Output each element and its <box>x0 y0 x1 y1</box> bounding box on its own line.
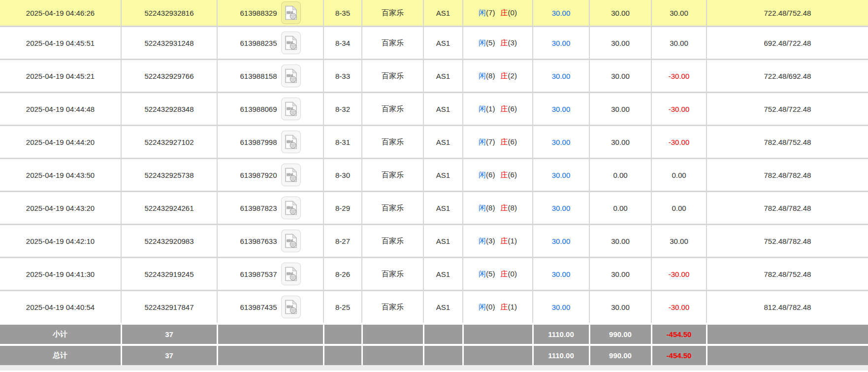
valid-amount: 30.00 <box>589 258 651 291</box>
video-replay-button[interactable] <box>281 197 301 219</box>
video-replay-button[interactable] <box>281 32 301 54</box>
bet-amount-link[interactable]: 30.00 <box>533 27 589 60</box>
game-result: 闲(0) 庄(1) <box>463 291 533 324</box>
round-cell: 613988158 <box>217 60 323 93</box>
round-cell: 613988235 <box>217 27 323 60</box>
bet-amount-link[interactable]: 30.00 <box>533 159 589 192</box>
table-name: AS1 <box>423 93 463 126</box>
bet-amount-link[interactable]: 30.00 <box>533 258 589 291</box>
banker-score: (2) <box>508 71 517 80</box>
video-replay-button[interactable] <box>281 164 301 186</box>
video-replay-button[interactable] <box>281 131 301 153</box>
bet-id: 522432928348 <box>121 93 217 126</box>
banker-label: 庄 <box>501 270 508 278</box>
bet-amount-link[interactable]: 30.00 <box>533 291 589 324</box>
player-label: 闲 <box>479 104 486 113</box>
empty-cell <box>362 345 423 365</box>
round-cell: 613987633 <box>217 225 323 258</box>
bet-id: 522432929766 <box>121 60 217 93</box>
bet-record-row: 2025-04-19 04:44:20 522432927102 6139879… <box>0 126 868 159</box>
bet-amount-link[interactable]: 30.00 <box>533 225 589 258</box>
win-loss: 0.00 <box>651 159 707 192</box>
shoe-round: 8-31 <box>323 126 362 159</box>
video-file-icon <box>285 234 297 248</box>
game-result: 闲(7) 庄(6) <box>463 126 533 159</box>
total-valid-amount: 990.00 <box>589 345 651 365</box>
bet-amount-link[interactable]: 30.00 <box>533 60 589 93</box>
valid-amount: 30.00 <box>589 60 651 93</box>
shoe-round: 8-34 <box>323 27 362 60</box>
video-replay-button[interactable] <box>281 65 301 87</box>
player-score: (7) <box>486 137 495 146</box>
game-name: 百家乐 <box>362 258 423 291</box>
balance: 782.48/752.48 <box>707 126 868 159</box>
empty-cell <box>323 345 362 365</box>
bet-time: 2025-04-19 04:45:21 <box>0 60 121 93</box>
bet-amount-link[interactable]: 30.00 <box>533 93 589 126</box>
balance: 812.48/782.48 <box>707 291 868 324</box>
game-name: 百家乐 <box>362 225 423 258</box>
table-name: AS1 <box>423 27 463 60</box>
bet-amount-link[interactable]: 30.00 <box>533 192 589 225</box>
player-score: (0) <box>486 303 495 311</box>
bet-history-table: 2025-04-19 04:46:26 522432932816 6139883… <box>0 0 868 365</box>
summary-rows: 小计 37 1110.00 990.00 -454.50 总计 37 <box>0 324 868 365</box>
player-score: (8) <box>486 71 495 80</box>
game-result: 闲(1) 庄(6) <box>463 93 533 126</box>
round-id: 613987823 <box>240 204 277 212</box>
player-score: (8) <box>486 203 495 212</box>
round-id-group: 613988069 <box>240 98 300 120</box>
player-score: (5) <box>486 38 495 47</box>
total-row: 总计 37 1110.00 990.00 -454.50 <box>0 345 868 365</box>
banker-label: 庄 <box>501 104 508 113</box>
balance: 722.48/752.48 <box>707 0 868 27</box>
bet-record-row: 2025-04-19 04:43:50 522432925738 6139879… <box>0 159 868 192</box>
banker-score: (8) <box>508 203 517 212</box>
banker-label: 庄 <box>501 8 508 17</box>
video-replay-button[interactable] <box>281 263 301 285</box>
table-name: AS1 <box>423 258 463 291</box>
bet-id: 522432919245 <box>121 258 217 291</box>
valid-amount: 30.00 <box>589 126 651 159</box>
game-name: 百家乐 <box>362 126 423 159</box>
video-replay-button[interactable] <box>281 98 301 120</box>
banker-label: 庄 <box>501 38 508 47</box>
shoe-round: 8-35 <box>323 0 362 27</box>
round-cell: 613987920 <box>217 159 323 192</box>
game-result: 闲(5) 庄(3) <box>463 27 533 60</box>
table-name: AS1 <box>423 126 463 159</box>
win-loss: -30.00 <box>651 60 707 93</box>
table-name: AS1 <box>423 192 463 225</box>
video-replay-button[interactable] <box>281 230 301 252</box>
table-name: AS1 <box>423 225 463 258</box>
shoe-round: 8-33 <box>323 60 362 93</box>
player-label: 闲 <box>479 203 486 212</box>
round-cell: 613987823 <box>217 192 323 225</box>
video-replay-button[interactable] <box>281 1 301 24</box>
balance: 692.48/722.48 <box>707 27 868 60</box>
round-id: 613987920 <box>240 171 277 179</box>
round-cell: 613987537 <box>217 258 323 291</box>
shoe-round: 8-30 <box>323 159 362 192</box>
bet-id: 522432920983 <box>121 225 217 258</box>
empty-cell <box>217 324 323 345</box>
bet-amount-link[interactable]: 30.00 <box>533 126 589 159</box>
valid-amount: 30.00 <box>589 225 651 258</box>
balance: 752.48/782.48 <box>707 225 868 258</box>
game-name: 百家乐 <box>362 291 423 324</box>
bet-amount-link[interactable]: 30.00 <box>533 0 589 27</box>
shoe-round: 8-27 <box>323 225 362 258</box>
bet-id: 522432932816 <box>121 0 217 27</box>
win-loss: 0.00 <box>651 192 707 225</box>
game-name: 百家乐 <box>362 192 423 225</box>
bet-time: 2025-04-19 04:44:20 <box>0 126 121 159</box>
round-id-group: 613988329 <box>240 1 300 24</box>
empty-cell <box>217 345 323 365</box>
game-result: 闲(7) 庄(0) <box>463 0 533 27</box>
round-id-group: 613988235 <box>240 32 300 54</box>
valid-amount: 0.00 <box>589 192 651 225</box>
video-replay-button[interactable] <box>281 296 301 318</box>
bet-time: 2025-04-19 04:42:10 <box>0 225 121 258</box>
video-file-icon <box>285 135 297 149</box>
subtotal-label: 小计 <box>0 324 121 345</box>
